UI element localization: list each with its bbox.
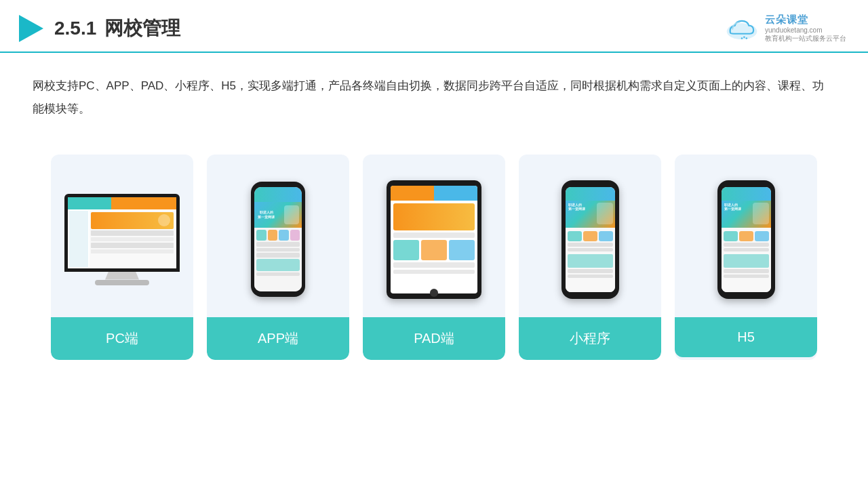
tablet-screen bbox=[391, 186, 477, 293]
screen-row-2 bbox=[91, 237, 174, 241]
pc-label: PC端 bbox=[51, 317, 193, 360]
phone-screen: 职进人的第一堂网课 bbox=[254, 187, 302, 291]
mini-row-1d bbox=[568, 274, 613, 278]
app-label: APP端 bbox=[207, 317, 349, 360]
tablet-top-bar bbox=[391, 186, 477, 201]
screen-main bbox=[90, 211, 175, 267]
screen-row-3 bbox=[91, 243, 174, 248]
monitor-stand bbox=[105, 272, 139, 280]
tablet-banner bbox=[393, 203, 475, 230]
mini-phone-screen-2: 职进人的第一堂网课 bbox=[722, 187, 771, 292]
play-icon bbox=[14, 12, 46, 45]
tablet-card-3 bbox=[449, 240, 475, 260]
mini-content-2 bbox=[722, 228, 771, 292]
phone-icon-2 bbox=[268, 230, 278, 241]
pad-image-area bbox=[363, 155, 505, 317]
tablet-row-3 bbox=[393, 270, 475, 274]
logo-domain: yunduoketang.com bbox=[765, 26, 823, 34]
mini-row-2c bbox=[724, 269, 769, 273]
mini-row-1a bbox=[568, 243, 613, 247]
phone-row-3 bbox=[256, 253, 300, 258]
phone-notch bbox=[268, 183, 288, 187]
mini-banner-right-1 bbox=[597, 203, 613, 224]
phone-row-4 bbox=[256, 272, 300, 276]
tablet-row-2 bbox=[393, 262, 475, 268]
screen-row-1 bbox=[91, 230, 174, 236]
mini-icon-2a bbox=[724, 231, 738, 241]
phone-icons-row bbox=[256, 230, 300, 241]
mini-icon-2c bbox=[755, 231, 769, 241]
logo-area: 云朵课堂 yunduoketang.com 教育机构一站式服务云平台 bbox=[724, 14, 846, 43]
logo-name: 云朵课堂 bbox=[765, 14, 808, 26]
phone-icon-1 bbox=[256, 230, 267, 241]
pc-monitor bbox=[64, 194, 180, 285]
phone-green-bar bbox=[256, 259, 300, 271]
mini-row-2a bbox=[724, 243, 769, 247]
phone-banner-img bbox=[284, 205, 299, 224]
mini-row-2d bbox=[724, 274, 769, 278]
mini-row-1b bbox=[568, 248, 613, 251]
mini-row-2b bbox=[724, 248, 769, 251]
mini-phone-1: 职进人的第一堂网课 bbox=[561, 180, 619, 299]
mini-row-1c bbox=[568, 269, 613, 273]
tablet-row-1 bbox=[393, 232, 475, 238]
phone-icon-3 bbox=[279, 230, 289, 241]
pc-image-area bbox=[51, 155, 193, 317]
screen-banner bbox=[91, 212, 174, 229]
phone-top-bar bbox=[254, 187, 302, 202]
tablet-home-btn bbox=[430, 289, 438, 297]
card-miniprogram: 职进人的第一堂网课 bbox=[519, 155, 661, 360]
svg-marker-0 bbox=[19, 15, 43, 42]
app-phone: 职进人的第一堂网课 bbox=[251, 182, 305, 297]
mini-green-bar-2 bbox=[724, 254, 769, 268]
monitor-screen bbox=[68, 197, 176, 268]
mini-top-2 bbox=[722, 187, 771, 201]
card-pc: PC端 bbox=[51, 155, 193, 360]
phone-content bbox=[254, 228, 302, 291]
page-title: 2.5.1 bbox=[54, 18, 96, 39]
mini-phone-screen-1: 职进人的第一堂网课 bbox=[566, 187, 615, 292]
miniprogram-image-area: 职进人的第一堂网课 bbox=[519, 155, 661, 317]
phone-banner: 职进人的第一堂网课 bbox=[254, 202, 302, 228]
svg-point-3 bbox=[746, 37, 748, 39]
miniprogram-label: 小程序 bbox=[519, 317, 661, 360]
svg-point-1 bbox=[727, 23, 757, 39]
h5-label: H5 bbox=[675, 317, 817, 357]
app-image-area: 职进人的第一堂网课 bbox=[207, 155, 349, 317]
logo-text: 云朵课堂 yunduoketang.com 教育机构一站式服务云平台 bbox=[765, 14, 846, 43]
logo-tagline: 教育机构一站式服务云平台 bbox=[765, 34, 846, 43]
mini-banner-left-2: 职进人的第一堂网课 bbox=[724, 203, 741, 212]
tablet-card-2 bbox=[421, 240, 447, 260]
page-header: 2.5.1 网校管理 云朵课堂 yunduoketang.com 教育机构一站式… bbox=[0, 0, 868, 53]
mini-icons-1 bbox=[568, 231, 613, 241]
tablet-card-1 bbox=[393, 240, 419, 260]
mini-icons-2 bbox=[724, 231, 769, 241]
monitor-base bbox=[95, 280, 149, 285]
mini-icon-1a bbox=[568, 231, 582, 241]
mini-icon-1c bbox=[599, 231, 613, 241]
phone-row-2 bbox=[256, 248, 300, 251]
screen-content bbox=[68, 209, 176, 268]
mini-icon-2b bbox=[739, 231, 753, 241]
screen-top-bar bbox=[68, 197, 176, 209]
mini-phone-2: 职进人的第一堂网课 bbox=[717, 180, 775, 299]
card-h5: 职进人的第一堂网课 bbox=[675, 155, 817, 360]
description-text: 网校支持PC、APP、PAD、小程序、H5，实现多端打通，产品各终端自由切换，数… bbox=[0, 53, 868, 121]
mini-banner-right-2 bbox=[753, 203, 769, 224]
mini-banner-1: 职进人的第一堂网课 bbox=[566, 201, 615, 228]
screen-row-4 bbox=[91, 249, 174, 253]
mini-green-bar-1 bbox=[568, 254, 613, 268]
tablet-content bbox=[391, 201, 477, 293]
svg-point-2 bbox=[743, 37, 745, 39]
screen-sidebar bbox=[69, 211, 88, 267]
mini-icon-1b bbox=[583, 231, 597, 241]
pad-label: PAD端 bbox=[363, 317, 505, 360]
tablet-mockup bbox=[387, 180, 481, 299]
card-app: 职进人的第一堂网课 bbox=[207, 155, 349, 360]
card-pad: PAD端 bbox=[363, 155, 505, 360]
monitor-body bbox=[64, 194, 180, 272]
phone-icon-4 bbox=[290, 230, 300, 241]
phone-row-1 bbox=[256, 242, 300, 247]
mini-banner-2: 职进人的第一堂网课 bbox=[722, 201, 771, 228]
phone-banner-text: 职进人的第一堂网课 bbox=[258, 210, 275, 220]
